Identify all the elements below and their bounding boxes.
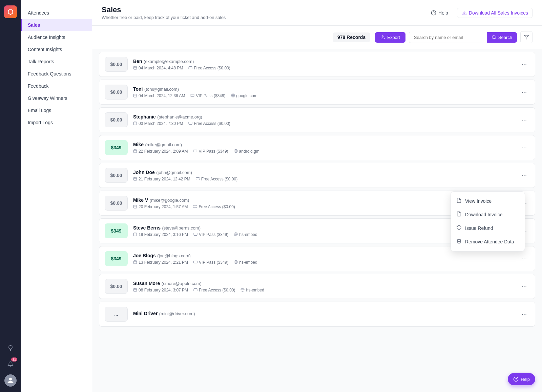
filter-button[interactable]: [520, 31, 533, 43]
record-email: (toni@gmail.com): [144, 87, 179, 92]
refund-icon: [456, 225, 462, 232]
sidebar-item-import-logs[interactable]: Import Logs: [21, 116, 92, 129]
svg-rect-31: [134, 233, 137, 236]
ticket-icon: [193, 149, 197, 154]
calendar-icon: [133, 288, 137, 292]
more-options-button[interactable]: ···: [519, 254, 529, 263]
sidebar-item-feedback[interactable]: Feedback: [21, 80, 92, 92]
download-invoice-item[interactable]: Download Invoice: [451, 208, 525, 221]
record-info: Susan More (smore@apple.com) 08 February…: [133, 280, 519, 292]
download-invoice-label: Download Invoice: [465, 212, 503, 217]
sidebar-item-content-insights[interactable]: Content Insights: [21, 43, 92, 56]
help-button[interactable]: Help: [428, 8, 452, 18]
record-date: 08 February 2024, 3:07 PM: [133, 288, 188, 292]
search-button[interactable]: Search: [487, 32, 517, 43]
record-email: (example@example.com): [144, 59, 194, 64]
sidebar-item-giveaway-winners[interactable]: Giveaway Winners: [21, 92, 92, 104]
record-meta: 04 March 2024, 12:36 AM VIP Pass ($349) …: [133, 93, 519, 98]
record-name-line: Stephanie (stephanie@acme.org): [133, 114, 519, 120]
record-source: hs-embed: [234, 260, 257, 265]
record-email: (steve@berns.com): [162, 225, 201, 231]
issue-refund-label: Issue Refund: [465, 225, 493, 231]
search-input[interactable]: [409, 32, 483, 43]
ticket-icon: [190, 93, 194, 98]
record-source: android.gm: [234, 149, 259, 154]
record-date: 03 March 2024, 7:30 PM: [133, 121, 183, 126]
amount-badge: $0.00: [105, 85, 128, 100]
export-button[interactable]: Export: [375, 32, 405, 43]
ticket-icon: [193, 204, 197, 209]
record-ticket: Free Access ($0.00): [188, 66, 230, 70]
more-options-button[interactable]: ···: [519, 282, 529, 291]
more-options-button[interactable]: ···: [519, 60, 529, 69]
more-options-button[interactable]: ···: [519, 171, 529, 180]
lightbulb-icon-btn[interactable]: [4, 342, 17, 354]
record-source: hs-embed: [241, 288, 264, 292]
more-options-button[interactable]: ···: [519, 310, 529, 319]
svg-rect-3: [134, 66, 137, 69]
record-date: 21 February 2024, 12:42 PM: [133, 177, 190, 181]
more-options-button[interactable]: ···: [519, 88, 529, 96]
app-logo[interactable]: [4, 5, 17, 18]
user-avatar[interactable]: [4, 374, 17, 387]
help-float-icon: [513, 376, 519, 382]
page-title: Sales: [102, 5, 226, 14]
amount-badge: $0.00: [105, 168, 128, 183]
record-info: Ben (example@example.com) 04 March 2024,…: [133, 58, 519, 70]
page-subtitle: Whether free or paid, keep track of your…: [102, 15, 226, 20]
remove-attendee-item[interactable]: Remove Attendee Data: [451, 235, 525, 248]
globe-icon: [234, 149, 238, 154]
svg-rect-27: [134, 205, 137, 208]
record-name-line: Toni (toni@gmail.com): [133, 86, 519, 92]
record-date: 13 February 2024, 2:21 PM: [133, 260, 188, 265]
record-name: John Doe: [133, 170, 155, 175]
main-content: Sales Whether free or paid, keep track o…: [92, 0, 542, 392]
ticket-icon: [193, 232, 197, 237]
sidebar-item-audience-insights[interactable]: Audience Insights: [21, 31, 92, 43]
svg-rect-23: [134, 177, 137, 180]
sidebar-item-feedback-questions[interactable]: Feedback Questions: [21, 68, 92, 80]
issue-refund-item[interactable]: Issue Refund: [451, 221, 525, 235]
view-invoice-item[interactable]: View Invoice: [451, 194, 525, 208]
amount-badge: $0.00: [105, 279, 128, 294]
header-title-section: Sales Whether free or paid, keep track o…: [102, 5, 226, 20]
record-meta: 21 February 2024, 12:42 PM Free Access (…: [133, 177, 519, 181]
svg-rect-7: [134, 94, 137, 97]
table-row: $0.00 John Doe (john@gmail.com) 21 Febru…: [99, 163, 535, 188]
notification-icon-btn[interactable]: 21: [4, 358, 17, 370]
help-float-button[interactable]: Help: [508, 373, 535, 385]
export-label: Export: [387, 35, 400, 40]
record-date: 04 March 2024, 4:48 PM: [133, 66, 183, 70]
record-date: 22 February 2024, 2:09 AM: [133, 149, 188, 154]
record-name-line: Mike (mike@gmail.com): [133, 141, 519, 148]
globe-icon: [234, 232, 238, 237]
document-icon: [456, 198, 462, 204]
record-email: (john@gmail.com): [156, 170, 192, 175]
records-list: $0.00 Ben (example@example.com) 04 March…: [92, 49, 542, 392]
help-label: Help: [438, 10, 448, 16]
record-source: google.com: [231, 93, 257, 98]
sidebar-item-email-logs[interactable]: Email Logs: [21, 104, 92, 116]
sidebar-item-sales[interactable]: Sales: [21, 19, 92, 31]
record-email: (smore@apple.com): [162, 281, 202, 286]
record-name: Mike: [133, 142, 144, 147]
record-email: (joe@blogs.com): [157, 253, 190, 258]
more-options-button[interactable]: ···: [519, 115, 529, 124]
calendar-icon: [133, 66, 137, 70]
download-doc-icon: [456, 211, 462, 218]
record-ticket: VIP Pass ($349): [193, 232, 228, 237]
sidebar-item-attendees[interactable]: Attendees: [21, 7, 92, 19]
record-email: (mike@google.com): [150, 198, 189, 203]
sidebar-item-talk-reports[interactable]: Talk Reports: [21, 56, 92, 68]
record-meta: 03 March 2024, 7:30 PM Free Access ($0.0…: [133, 121, 519, 126]
records-count: 978 Records: [333, 32, 370, 42]
record-name-line: Susan More (smore@apple.com): [133, 280, 519, 286]
record-name: Toni: [133, 86, 143, 92]
record-name: Steve Berns: [133, 225, 161, 231]
toolbar: 978 Records Export Search: [92, 26, 542, 49]
table-row: $0.00 Stephanie (stephanie@acme.org) 03 …: [99, 107, 535, 132]
calendar-icon: [133, 149, 137, 154]
more-options-button[interactable]: ···: [519, 143, 529, 152]
download-all-invoices-button[interactable]: Download All Sales Invoices: [457, 8, 533, 18]
header-actions: Help Download All Sales Invoices: [428, 8, 533, 18]
